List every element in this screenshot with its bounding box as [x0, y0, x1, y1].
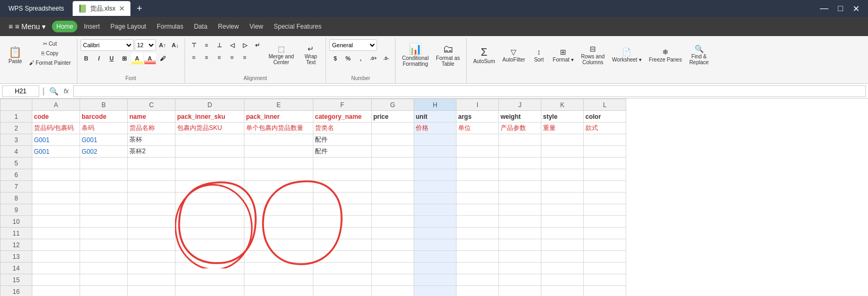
cell-K13[interactable] — [541, 251, 584, 263]
cell-B2[interactable]: 条码 — [80, 123, 128, 134]
cell-D11[interactable] — [176, 228, 244, 239]
menu-insert[interactable]: Insert — [80, 21, 104, 32]
cell-J10[interactable] — [499, 216, 541, 228]
cell-A2[interactable]: 货品码/包裹码 — [32, 123, 80, 134]
row-header-11[interactable]: 11 — [1, 228, 32, 239]
cell-B3[interactable]: G001 — [80, 134, 128, 146]
cell-K9[interactable] — [541, 204, 584, 216]
cell-E12[interactable] — [244, 239, 313, 251]
cell-F9[interactable] — [313, 204, 372, 216]
cell-F13[interactable] — [313, 251, 372, 263]
cell-L14[interactable] — [584, 263, 626, 274]
cell-G9[interactable] — [372, 204, 414, 216]
row-header-7[interactable]: 7 — [1, 181, 32, 193]
paste-btn[interactable]: 📋 Paste — [5, 39, 25, 71]
cell-C6[interactable] — [128, 169, 176, 181]
menu-data[interactable]: Data — [190, 21, 212, 32]
cell-L1[interactable]: color — [584, 111, 626, 123]
cell-C5[interactable] — [128, 158, 176, 169]
cell-F2[interactable]: 货类名 — [313, 123, 372, 134]
cell-J5[interactable] — [499, 158, 541, 169]
cell-H12[interactable] — [414, 239, 457, 251]
cell-B6[interactable] — [80, 169, 128, 181]
cell-I11[interactable] — [457, 228, 499, 239]
cell-I10[interactable] — [457, 216, 499, 228]
center-align-btn[interactable]: ≡ — [201, 51, 213, 63]
cell-A5[interactable] — [32, 158, 80, 169]
cell-E3[interactable] — [244, 134, 313, 146]
cell-L16[interactable] — [584, 286, 626, 297]
cell-A1[interactable]: code — [32, 111, 80, 123]
cell-I15[interactable] — [457, 274, 499, 286]
autofilter-btn[interactable]: ▽ AutoFilter — [499, 39, 529, 71]
cell-B7[interactable] — [80, 181, 128, 193]
cell-C7[interactable] — [128, 181, 176, 193]
format-btn[interactable]: ⊞ Format ▾ — [549, 39, 576, 71]
row-header-14[interactable]: 14 — [1, 263, 32, 274]
cell-C16[interactable] — [128, 286, 176, 297]
mid-align-btn[interactable]: ≡ — [201, 39, 213, 51]
col-header-c[interactable]: C — [128, 99, 176, 111]
row-header-4[interactable]: 4 — [1, 146, 32, 158]
cell-B5[interactable] — [80, 158, 128, 169]
cell-B9[interactable] — [80, 204, 128, 216]
cell-D14[interactable] — [176, 263, 244, 274]
menu-home[interactable]: Home — [52, 21, 77, 32]
cell-D4[interactable] — [176, 146, 244, 158]
row-header-5[interactable]: 5 — [1, 158, 32, 169]
cut-btn[interactable]: ✂ Cut — [27, 39, 74, 48]
cell-A3[interactable]: G001 — [32, 134, 80, 146]
cell-G2[interactable] — [372, 123, 414, 134]
currency-btn[interactable]: $ — [329, 53, 341, 64]
col-header-b[interactable]: B — [80, 99, 128, 111]
cell-G16[interactable] — [372, 286, 414, 297]
cell-L10[interactable] — [584, 216, 626, 228]
cell-K14[interactable] — [541, 263, 584, 274]
cell-C4[interactable]: 茶杯2 — [128, 146, 176, 158]
italic-btn[interactable]: I — [93, 53, 105, 64]
dec-indent-btn[interactable]: ◁ — [226, 39, 238, 51]
cell-B12[interactable] — [80, 239, 128, 251]
percent-btn[interactable]: % — [342, 53, 354, 64]
cell-J2[interactable]: 产品参数 — [499, 123, 541, 134]
cell-G1[interactable]: price — [372, 111, 414, 123]
cell-A13[interactable] — [32, 251, 80, 263]
cell-K6[interactable] — [541, 169, 584, 181]
cell-I9[interactable] — [457, 204, 499, 216]
cell-G12[interactable] — [372, 239, 414, 251]
cell-C2[interactable]: 货品名称 — [128, 123, 176, 134]
cell-H4[interactable] — [414, 146, 457, 158]
cell-L4[interactable] — [584, 146, 626, 158]
cell-J7[interactable] — [499, 181, 541, 193]
find-replace-btn[interactable]: 🔍 Find &Replace — [686, 39, 712, 71]
row-header-6[interactable]: 6 — [1, 169, 32, 181]
cell-D9[interactable] — [176, 204, 244, 216]
col-header-e[interactable]: E — [244, 99, 313, 111]
cell-F3[interactable]: 配件 — [313, 134, 372, 146]
cell-K16[interactable] — [541, 286, 584, 297]
cell-K12[interactable] — [541, 239, 584, 251]
row-header-3[interactable]: 3 — [1, 134, 32, 146]
cell-F6[interactable] — [313, 169, 372, 181]
cell-H14[interactable] — [414, 263, 457, 274]
number-format-select[interactable]: General — [329, 39, 377, 51]
cell-G6[interactable] — [372, 169, 414, 181]
inc-indent-btn[interactable]: ▷ — [239, 39, 251, 51]
cell-D16[interactable] — [176, 286, 244, 297]
conditional-formatting-btn[interactable]: 📊 ConditionalFormatting — [399, 39, 432, 71]
fx-label[interactable]: fx — [62, 88, 71, 95]
autosum-btn[interactable]: Σ AutoSum — [470, 39, 498, 71]
cell-F10[interactable] — [313, 216, 372, 228]
row-header-10[interactable]: 10 — [1, 216, 32, 228]
cell-A16[interactable] — [32, 286, 80, 297]
col-header-l[interactable]: L — [584, 99, 626, 111]
cell-I14[interactable] — [457, 263, 499, 274]
cell-J12[interactable] — [499, 239, 541, 251]
cell-F14[interactable] — [313, 263, 372, 274]
new-tab-btn[interactable]: + — [137, 3, 143, 14]
cell-F4[interactable]: 配件 — [313, 146, 372, 158]
cell-H2[interactable]: 价格 — [414, 123, 457, 134]
cell-L7[interactable] — [584, 181, 626, 193]
row-header-15[interactable]: 15 — [1, 274, 32, 286]
cell-H9[interactable] — [414, 204, 457, 216]
